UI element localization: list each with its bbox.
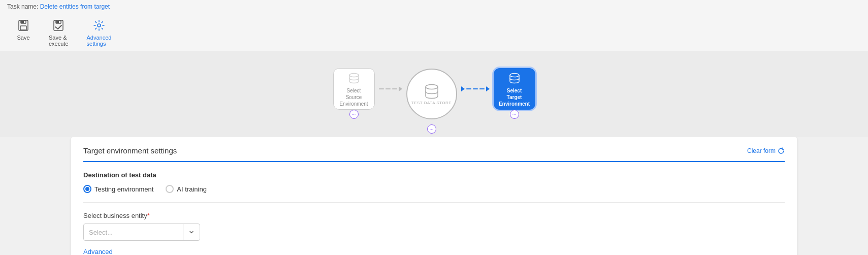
chevron-down-icon: [189, 230, 194, 235]
svg-point-7: [98, 24, 101, 27]
data-store-menu[interactable]: ···: [427, 124, 436, 134]
advanced-settings-label: Advancedsettings: [87, 35, 112, 47]
required-star: *: [147, 212, 150, 219]
source-node-label: SelectSourceEnvironment: [339, 87, 368, 107]
business-entity-select[interactable]: Select...: [83, 224, 200, 241]
target-environment-node[interactable]: SelectTargetEnvironment: [494, 68, 535, 110]
toolbar: Save Save &execute Advancedsettings: [7, 13, 861, 51]
target-node-label: SelectTargetEnvironment: [499, 87, 530, 107]
settings-panel: Target environment settings Clear form D…: [71, 137, 797, 255]
target-node-icon: [507, 71, 522, 85]
task-name-link[interactable]: Delete entities from target: [40, 3, 110, 10]
radio-testing-inner: [85, 187, 89, 191]
panel-title: Target environment settings: [83, 146, 177, 155]
task-name-label: Task name:: [7, 3, 38, 10]
source-node-icon: [347, 71, 361, 85]
connector-source-to-store: [379, 86, 402, 91]
connector-store-to-target: [461, 86, 490, 91]
radio-testing-environment[interactable]: Testing environment: [83, 185, 153, 193]
target-node-menu[interactable]: ···: [510, 110, 519, 119]
section-divider: [83, 202, 785, 203]
clear-form-button[interactable]: Clear form: [747, 147, 785, 154]
save-execute-button[interactable]: Save &execute: [40, 15, 78, 51]
save-label: Save: [17, 35, 29, 41]
select-placeholder: Select...: [84, 229, 183, 236]
save-icon: [16, 18, 30, 33]
radio-testing-label: Testing environment: [94, 185, 153, 193]
flow-diagram: SelectSourceEnvironment ··· TEST DATA ST…: [0, 51, 868, 137]
radio-ai-training[interactable]: AI training: [166, 185, 207, 193]
source-node-menu[interactable]: ···: [349, 110, 359, 119]
svg-point-9: [426, 84, 438, 89]
radio-ai-label: AI training: [177, 185, 207, 193]
data-store-label: TEST DATA STORE: [411, 101, 452, 105]
svg-point-10: [510, 73, 519, 77]
refresh-icon: [778, 147, 785, 154]
radio-group: Testing environment AI training: [83, 185, 785, 193]
select-dropdown-arrow[interactable]: [183, 224, 200, 240]
source-environment-node[interactable]: SelectSourceEnvironment: [333, 68, 375, 110]
panel-header: Target environment settings Clear form: [83, 146, 785, 162]
svg-point-8: [349, 73, 359, 77]
advanced-link[interactable]: Advanced: [83, 248, 113, 255]
radio-ai-circle: [166, 185, 174, 193]
advanced-settings-icon: [92, 18, 106, 33]
destination-label: Destination of test data: [83, 171, 785, 179]
business-entity-label: Select business entity*: [83, 212, 785, 219]
data-store-node[interactable]: TEST DATA STORE: [406, 69, 457, 119]
svg-rect-6: [56, 21, 59, 23]
radio-testing-circle: [83, 185, 91, 193]
advanced-settings-button[interactable]: Advancedsettings: [78, 15, 121, 51]
save-execute-icon: [51, 18, 66, 33]
svg-rect-3: [21, 21, 24, 23]
save-button[interactable]: Save: [7, 15, 40, 45]
svg-rect-2: [20, 26, 26, 30]
save-execute-label: Save &execute: [49, 35, 69, 47]
